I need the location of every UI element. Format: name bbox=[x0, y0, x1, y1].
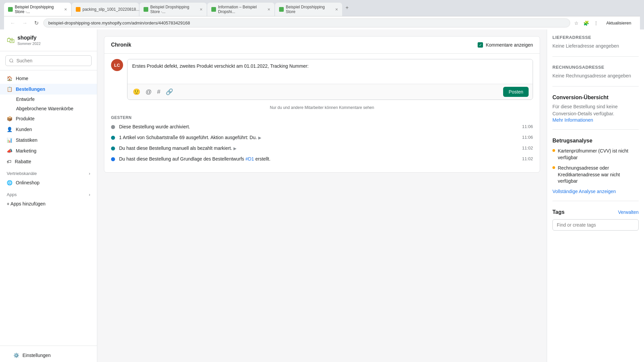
timeline-item-2: 1 Artikel von Schubartstraße 69 ausgefüh… bbox=[111, 135, 533, 140]
vollstaendige-link[interactable]: Vollständige Analyse anzeigen bbox=[552, 189, 639, 194]
sidebar-apps-add-label: + Apps hinzufügen bbox=[7, 201, 46, 206]
comments-checkbox[interactable]: ✓ bbox=[478, 42, 483, 48]
app: 🛍 shopify Sommer 2022 🏠 Home 📋 Bestellun… bbox=[0, 29, 644, 362]
back-button[interactable]: ← bbox=[8, 19, 17, 27]
tab-3[interactable]: Beispiel Dropshipping Store ·... ✕ bbox=[140, 3, 207, 16]
page-area: Chronik ✓ Kommentare anzeigen LC bbox=[97, 29, 644, 362]
fraud-item-1: Kartenprüfnummer (CVV) ist nicht verfügb… bbox=[552, 148, 639, 161]
timeline-item-3: Du hast diese Bestellung manuell als bez… bbox=[111, 145, 533, 151]
mention-button[interactable]: @ bbox=[144, 87, 153, 96]
draft-link[interactable]: #D1 bbox=[246, 156, 254, 162]
sidebar-item-rabatte[interactable]: 🏷 Rabatte bbox=[0, 156, 97, 167]
sidebar-item-home[interactable]: 🏠 Home bbox=[0, 73, 97, 84]
timeline-time-1: 11:06 bbox=[522, 124, 533, 129]
lieferadresse-section: LIEFERADRESSE Keine Lieferadresse angege… bbox=[552, 35, 639, 57]
timeline-content-2: 1 Artikel von Schubartstraße 69 ausgefüh… bbox=[119, 135, 518, 140]
sidebar-statistiken-label: Statistiken bbox=[16, 137, 38, 143]
rechnungsadresse-title: RECHNUNGSADRESSE bbox=[552, 65, 639, 70]
sidebar-item-statistiken[interactable]: 📊 Statistiken bbox=[0, 135, 97, 145]
fraud-text-2: Rechnungsadresse oder Kreditkartenadress… bbox=[558, 165, 639, 185]
address-input[interactable] bbox=[43, 18, 570, 27]
timeline-content-1: Diese Bestellung wurde archiviert. bbox=[119, 124, 518, 129]
sidebar-einstellungen-label: Einstellungen bbox=[22, 353, 51, 358]
timeline-time-4: 11:02 bbox=[522, 156, 533, 161]
expand-arrow-3[interactable]: ▶ bbox=[233, 146, 236, 151]
conversion-title: Conversion-Übersicht bbox=[552, 95, 639, 101]
fraud-dot-2 bbox=[552, 166, 555, 169]
sidebar-item-marketing[interactable]: 📣 Marketing bbox=[0, 145, 97, 156]
vertriebskanaele-label: Vertriebskanäle bbox=[7, 171, 37, 176]
tab-2[interactable]: packing_slip_1001_20220818... ✕ bbox=[72, 3, 139, 16]
bookmark-button[interactable]: ☆ bbox=[573, 19, 580, 27]
sidebar-item-entwuerfe[interactable]: Entwürfe bbox=[0, 95, 97, 104]
tags-header: Tags Verwalten bbox=[552, 209, 639, 215]
comment-box: 🙂 @ # 🔗 Posten bbox=[127, 59, 533, 100]
comments-checkbox-area: ✓ Kommentare anzeigen bbox=[478, 42, 533, 48]
browser-update-button[interactable]: Aktualisieren bbox=[602, 18, 636, 27]
kunden-icon: 👤 bbox=[7, 127, 12, 132]
tab-3-favicon bbox=[144, 7, 148, 12]
timeline-dot-2 bbox=[111, 136, 115, 140]
content-area: Chronik ✓ Kommentare anzeigen LC bbox=[97, 29, 547, 362]
tags-input[interactable] bbox=[552, 219, 639, 231]
lieferadresse-title: LIEFERADRESSE bbox=[552, 35, 639, 40]
apps-chevron[interactable]: › bbox=[89, 192, 90, 197]
tab-4-favicon bbox=[211, 7, 216, 12]
timeline-content-4: Du hast diese Bestellung auf Grundlage d… bbox=[119, 156, 518, 162]
sidebar-onlineshop-label: Onlineshop bbox=[16, 180, 40, 185]
sidebar-marketing-label: Marketing bbox=[16, 148, 36, 154]
sidebar-item-apps-add[interactable]: + Apps hinzufügen bbox=[0, 198, 97, 209]
sidebar-home-label: Home bbox=[16, 76, 28, 81]
sidebar-item-einstellungen[interactable]: ⚙️ Einstellungen bbox=[7, 350, 90, 361]
tab-4-close[interactable]: ✕ bbox=[267, 7, 270, 12]
new-tab-button[interactable]: + bbox=[343, 3, 351, 16]
statistiken-icon: 📊 bbox=[7, 137, 12, 143]
link-button[interactable]: 🔗 bbox=[164, 87, 174, 96]
fraud-dot-1 bbox=[552, 149, 555, 152]
sidebar-header: 🛍 shopify Sommer 2022 bbox=[0, 29, 97, 51]
shopify-logo: 🛍 shopify Sommer 2022 bbox=[7, 35, 41, 46]
address-bar-row: ← → ↻ ☆ 🧩 ⋮ Aktualisieren bbox=[4, 16, 640, 29]
sidebar-item-kunden[interactable]: 👤 Kunden bbox=[0, 124, 97, 135]
tab-4[interactable]: Information – Beispiel Dropshi... ✕ bbox=[207, 3, 274, 16]
hashtag-button[interactable]: # bbox=[156, 87, 162, 96]
home-icon: 🏠 bbox=[7, 76, 12, 81]
reload-button[interactable]: ↻ bbox=[32, 19, 41, 27]
betrug-section: Betrugsanalyse Kartenprüfnummer (CVV) is… bbox=[552, 138, 639, 201]
tab-1[interactable]: Beispiel Dropshipping Store ·... ✕ bbox=[4, 3, 71, 16]
timeline-date: GESTERN bbox=[111, 115, 533, 120]
conversion-link[interactable]: Mehr Informationen bbox=[552, 117, 593, 123]
right-panel: LIEFERADRESSE Keine Lieferadresse angege… bbox=[547, 29, 644, 362]
sidebar-item-bestellungen[interactable]: 📋 Bestellungen bbox=[0, 84, 97, 95]
settings-button[interactable]: ⋮ bbox=[592, 19, 600, 27]
tab-5-label: Beispiel Dropshipping Store bbox=[286, 5, 332, 14]
forward-button[interactable]: → bbox=[20, 19, 30, 27]
tab-3-close[interactable]: ✕ bbox=[200, 7, 203, 12]
comment-textarea[interactable] bbox=[127, 59, 533, 83]
toolbar-icons: 🙂 @ # 🔗 bbox=[131, 87, 503, 96]
sidebar-item-abgebrochene[interactable]: Abgebrochene Warenkörbe bbox=[0, 104, 97, 113]
timeline-dot-1 bbox=[111, 125, 115, 129]
sidebar-item-onlineshop[interactable]: 🌐 Onlineshop bbox=[0, 177, 97, 188]
tab-4-label: Information – Beispiel Dropshi... bbox=[218, 5, 264, 14]
chronik-card: Chronik ✓ Kommentare anzeigen LC bbox=[104, 36, 540, 173]
extensions-button[interactable]: 🧩 bbox=[582, 19, 590, 27]
chronik-title: Chronik bbox=[111, 42, 131, 48]
tab-5-close[interactable]: ✕ bbox=[335, 7, 338, 12]
sidebar-bestellungen-label: Bestellungen bbox=[16, 86, 45, 92]
tab-5[interactable]: Beispiel Dropshipping Store ✕ bbox=[275, 3, 342, 16]
sidebar-search bbox=[0, 51, 97, 70]
post-button[interactable]: Posten bbox=[503, 87, 529, 97]
sidebar-item-produkte[interactable]: 📦 Produkte bbox=[0, 113, 97, 124]
tags-manage-link[interactable]: Verwalten bbox=[618, 209, 639, 215]
expand-arrow-2[interactable]: ▶ bbox=[258, 135, 261, 140]
vertriebskanaele-chevron[interactable]: › bbox=[89, 171, 90, 176]
sidebar-search-input[interactable] bbox=[5, 55, 92, 66]
conversion-text: Für diese Bestellung sind keine Conversi… bbox=[552, 103, 639, 117]
chronik-header: Chronik ✓ Kommentare anzeigen bbox=[104, 37, 540, 54]
tab-1-close[interactable]: ✕ bbox=[64, 7, 67, 12]
emoji-button[interactable]: 🙂 bbox=[131, 87, 142, 96]
rabatte-icon: 🏷 bbox=[7, 159, 11, 164]
timeline-time-2: 11:06 bbox=[522, 135, 533, 140]
tab-2-favicon bbox=[76, 7, 80, 12]
